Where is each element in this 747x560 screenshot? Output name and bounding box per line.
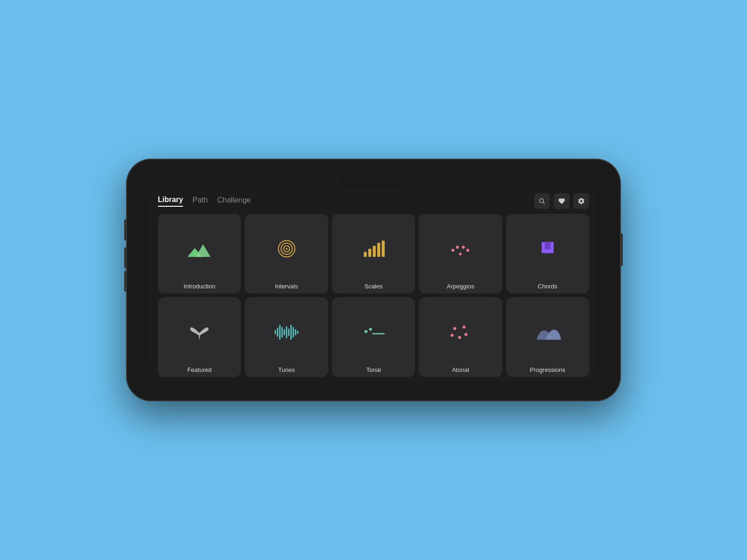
notch: [341, 177, 406, 188]
target-icon: [272, 237, 302, 260]
category-grid: Introduction Intervals: [158, 214, 589, 377]
mountains-icon: [184, 237, 214, 260]
svg-point-33: [463, 326, 465, 329]
app-content: Library Path Challenge: [149, 190, 598, 383]
grid-item-tonal[interactable]: Tonal: [332, 297, 415, 377]
svg-rect-9: [373, 246, 375, 257]
intervals-label: Intervals: [275, 283, 298, 290]
svg-rect-24: [288, 329, 289, 336]
gear-icon: [578, 197, 585, 205]
svg-rect-25: [290, 325, 292, 340]
heart-icon: [558, 197, 565, 205]
grid-item-intervals[interactable]: Intervals: [245, 214, 328, 294]
nav-bar: Library Path Challenge: [158, 190, 589, 214]
svg-rect-21: [281, 327, 282, 337]
arpeggios-icon-area: [423, 217, 498, 280]
chords-icon-area: [510, 217, 585, 280]
svg-point-16: [459, 252, 462, 255]
svg-rect-23: [286, 326, 287, 338]
settings-button[interactable]: [573, 193, 589, 209]
svg-rect-20: [279, 325, 281, 340]
atonal-dots-icon: [445, 321, 475, 344]
svg-point-14: [462, 246, 465, 249]
tonal-dots-icon: [359, 321, 388, 344]
scales-label: Scales: [364, 283, 382, 290]
tonal-label: Tonal: [366, 366, 381, 373]
grid-item-chords[interactable]: Chords: [506, 214, 589, 294]
notch-bar: [149, 177, 598, 190]
svg-rect-17: [544, 242, 550, 250]
svg-point-12: [451, 249, 454, 252]
dots-wave-icon: [445, 237, 475, 260]
phone-frame: Library Path Challenge: [126, 159, 621, 401]
piano-key-icon: [533, 237, 563, 260]
svg-point-13: [456, 246, 459, 249]
svg-point-30: [369, 328, 372, 330]
svg-point-35: [465, 333, 467, 336]
atonal-label: Atonal: [452, 366, 469, 373]
grid-item-arpeggios[interactable]: Arpeggios: [419, 214, 502, 294]
svg-point-36: [458, 336, 461, 339]
arpeggios-label: Arpeggios: [447, 283, 474, 290]
svg-point-29: [365, 330, 367, 333]
svg-rect-10: [377, 243, 380, 257]
grid-item-scales[interactable]: Scales: [332, 214, 415, 294]
tunes-icon-area: [248, 301, 324, 364]
introduction-icon-area: [162, 217, 237, 280]
svg-rect-26: [292, 327, 294, 337]
svg-rect-28: [297, 331, 298, 334]
svg-rect-18: [275, 330, 276, 335]
search-button[interactable]: [534, 193, 550, 209]
grid-item-tunes[interactable]: Tunes: [245, 297, 328, 377]
tab-path[interactable]: Path: [192, 196, 208, 206]
introduction-label: Introduction: [183, 283, 215, 290]
svg-point-34: [451, 334, 454, 336]
tab-library[interactable]: Library: [158, 196, 183, 207]
nav-tabs: Library Path Challenge: [158, 196, 251, 207]
svg-rect-19: [277, 328, 278, 336]
svg-point-6: [286, 248, 288, 250]
grid-item-progressions[interactable]: Progressions: [506, 297, 589, 377]
svg-rect-27: [295, 329, 296, 336]
tunes-label: Tunes: [278, 366, 295, 373]
bars-icon: [359, 237, 388, 260]
intervals-icon-area: [248, 217, 324, 280]
atonal-icon-area: [423, 301, 498, 364]
svg-point-15: [466, 249, 469, 252]
chords-label: Chords: [538, 283, 557, 290]
nav-icon-group: [534, 193, 589, 209]
tonal-icon-area: [336, 301, 411, 364]
waveform-icon: [272, 321, 302, 344]
svg-rect-7: [364, 252, 366, 257]
grid-item-featured[interactable]: Featured: [158, 297, 241, 377]
search-icon: [538, 197, 546, 205]
svg-point-32: [453, 327, 456, 330]
favorites-button[interactable]: [554, 193, 570, 209]
featured-icon-area: [162, 301, 237, 364]
grid-item-introduction[interactable]: Introduction: [158, 214, 241, 294]
grid-item-atonal[interactable]: Atonal: [419, 297, 502, 377]
svg-marker-2: [196, 244, 211, 257]
featured-label: Featured: [187, 366, 211, 373]
svg-rect-22: [283, 329, 285, 336]
scales-icon-area: [336, 217, 411, 280]
progressions-label: Progressions: [530, 366, 565, 373]
phone-screen: Library Path Challenge: [149, 177, 598, 383]
tab-challenge[interactable]: Challenge: [217, 196, 251, 206]
hills-icon: [533, 321, 563, 344]
wings-icon: [184, 321, 214, 344]
svg-rect-8: [368, 249, 371, 257]
progressions-icon-area: [510, 301, 585, 364]
svg-rect-11: [382, 240, 385, 257]
